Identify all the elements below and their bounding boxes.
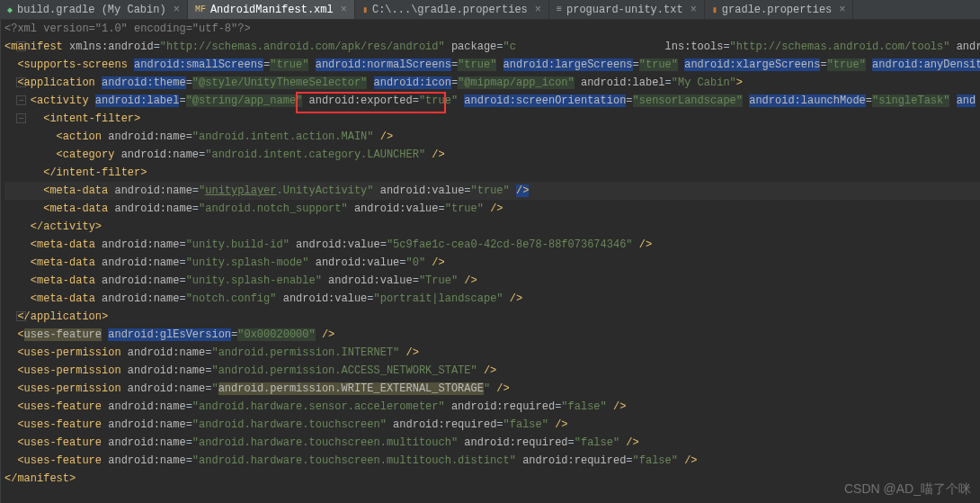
xml-icon: MF xyxy=(195,4,206,14)
code-editor[interactable]: − − − − 💡 − <?xml version="1.0" encoding… xyxy=(0,20,980,503)
close-icon[interactable]: × xyxy=(690,4,697,16)
code-area[interactable]: <?xml version="1.0" encoding="utf-8"?> <… xyxy=(1,20,980,503)
tab-gradle-properties-2[interactable]: ▮gradle.properties× xyxy=(705,0,854,19)
close-icon[interactable]: × xyxy=(174,4,180,16)
text-icon: ≡ xyxy=(557,4,562,14)
editor-tabs: ◆build.gradle (My Cabin)× MFAndroidManif… xyxy=(0,0,980,20)
properties-icon: ▮ xyxy=(362,4,368,15)
gradle-icon: ◆ xyxy=(7,4,13,15)
tab-build-gradle[interactable]: ◆build.gradle (My Cabin)× xyxy=(0,0,188,19)
close-icon[interactable]: × xyxy=(341,4,347,16)
watermark: CSDN @AD_喵了个咪 xyxy=(844,481,971,498)
properties-icon: ▮ xyxy=(712,4,717,15)
close-icon[interactable]: × xyxy=(535,4,541,16)
tab-proguard[interactable]: ≡proguard-unity.txt× xyxy=(549,0,705,19)
tab-android-manifest[interactable]: MFAndroidManifest.xml× xyxy=(188,0,355,19)
close-icon[interactable]: × xyxy=(839,4,845,16)
tab-gradle-properties-1[interactable]: ▮C:\...\gradle.properties× xyxy=(355,0,549,19)
